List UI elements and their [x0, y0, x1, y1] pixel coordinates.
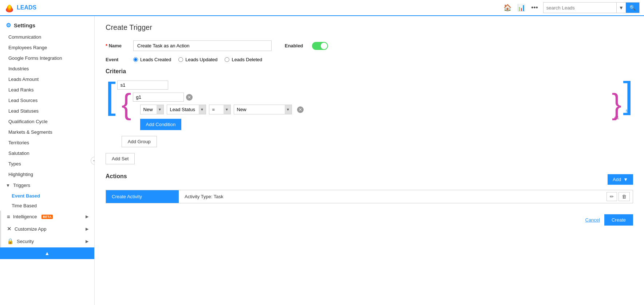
sidebar-item-employees-range[interactable]: Employees Range	[0, 42, 94, 53]
fire-icon	[4, 3, 15, 13]
sidebar-item-types[interactable]: Types	[0, 159, 94, 169]
sidebar-item-qualification-cycle[interactable]: Qualification Cycle	[0, 116, 94, 127]
sidebar-item-salutation[interactable]: Salutation	[0, 148, 94, 159]
search-box: ▼ 🔍	[543, 2, 640, 13]
event-leads-deleted[interactable]: Leads Deleted	[225, 57, 262, 62]
sidebar-item-markets-segments[interactable]: Markets & Segments	[0, 127, 94, 137]
enabled-toggle[interactable]	[312, 42, 328, 50]
action-row: Create Activity Activity Type: Task ✏ 🗑	[106, 190, 633, 203]
enabled-label: Enabled	[285, 43, 303, 48]
remove-condition-button[interactable]: ✕	[297, 106, 304, 113]
chevron-up-icon: ▲	[45, 250, 50, 256]
sidebar-item-lead-sources[interactable]: Lead Sources	[0, 95, 94, 106]
svg-point-3	[8, 5, 11, 8]
top-bar: LEADS 🏠 📊 ••• ▼ 🔍	[0, 0, 644, 16]
name-input[interactable]	[133, 40, 272, 51]
security-icon: 🔒	[7, 238, 14, 245]
home-button[interactable]: 🏠	[502, 2, 513, 13]
required-star: *	[106, 43, 107, 48]
event-radio-group: Leads Created Leads Updated Leads Delete…	[133, 57, 262, 62]
sidebar-group-triggers[interactable]: ▼ Triggers	[0, 180, 94, 191]
group-block: { ✕	[122, 93, 621, 130]
sidebar-item-google-forms[interactable]: Google Forms Integration	[0, 53, 94, 63]
group-name-input[interactable]	[133, 93, 184, 102]
sidebar-item-lead-statuses[interactable]: Lead Statuses	[0, 106, 94, 116]
edit-action-button[interactable]: ✏	[607, 192, 617, 201]
delete-action-button[interactable]: 🗑	[619, 192, 630, 201]
sidebar-scroll-up-button[interactable]: ▲	[0, 247, 94, 259]
curly-right: }	[612, 94, 621, 114]
condition-value-select[interactable]: New	[234, 105, 292, 114]
add-dropdown-arrow-icon: ▼	[623, 177, 628, 182]
sidebar-group-security[interactable]: 🔒 Security ▶	[0, 235, 94, 247]
search-dropdown-button[interactable]: ▼	[616, 3, 626, 13]
event-label: Event	[106, 57, 127, 62]
chart-button[interactable]: 📊	[516, 2, 527, 13]
sidebar-group-customize-app[interactable]: ✕ Customize App ▶	[0, 223, 94, 235]
remove-group-button[interactable]: ✕	[186, 94, 193, 101]
settings-label: Settings	[14, 22, 35, 28]
action-type-cell: Create Activity	[106, 190, 179, 203]
sidebar-item-leads-amount[interactable]: Leads Amount	[0, 74, 94, 85]
search-submit-button[interactable]: 🔍	[626, 3, 639, 13]
name-label: * Name	[106, 43, 127, 48]
add-action-button[interactable]: Add ▼	[608, 174, 633, 185]
event-leads-created[interactable]: Leads Created	[133, 57, 171, 62]
chevron-down-icon: ▼	[6, 183, 10, 188]
main-content: Create Trigger * Name Enabled Event Lead…	[95, 16, 644, 305]
name-row: * Name Enabled	[106, 40, 633, 51]
close-circle-icon: ✕	[186, 94, 193, 101]
sidebar-item-industries[interactable]: Industries	[0, 63, 94, 74]
criteria-title: Criteria	[106, 68, 633, 75]
beta-badge: BETA	[42, 215, 53, 219]
customize-icon: ✕	[7, 226, 12, 232]
set-block: [ {	[106, 81, 633, 150]
add-set-button[interactable]: Add Set	[106, 153, 135, 164]
set-label-bottom: s1	[626, 108, 631, 113]
sidebar-item-time-based[interactable]: Time Based	[6, 201, 94, 211]
event-leads-updated[interactable]: Leads Updated	[178, 57, 217, 62]
add-condition-button[interactable]: Add Condition	[140, 119, 182, 130]
condition-comparator-select[interactable]: = != > <	[209, 105, 231, 114]
add-group-button[interactable]: Add Group	[122, 136, 157, 147]
condition-value-wrapper: New ▼	[234, 105, 292, 114]
condition-operator-wrapper: New And Or ▼	[140, 105, 164, 114]
sidebar-item-lead-ranks[interactable]: Lead Ranks	[0, 85, 94, 95]
search-input[interactable]	[544, 5, 616, 11]
page-title: Create Trigger	[106, 23, 633, 32]
app-title: LEADS	[17, 4, 36, 11]
trash-icon: 🗑	[622, 194, 627, 199]
sidebar-item-communication[interactable]: Communication	[0, 32, 94, 42]
gear-icon: ⚙	[6, 22, 11, 29]
condition-field-wrapper: Lead Status ▼	[167, 105, 206, 114]
sidebar-item-territories[interactable]: Territories	[0, 137, 94, 148]
chevron-right-icon: ▶	[86, 214, 88, 219]
chevron-right-icon-2: ▶	[86, 227, 88, 231]
event-row: Event Leads Created Leads Updated Leads …	[106, 57, 633, 62]
action-detail-cell: Activity Type: Task	[179, 190, 604, 203]
sidebar-item-highlighting[interactable]: Highlighting	[0, 169, 94, 180]
sidebar-group-intelligence[interactable]: ≡ Intelligence BETA ▶	[0, 211, 94, 223]
cancel-button[interactable]: Cancel	[585, 217, 600, 223]
action-controls: ✏ 🗑	[604, 192, 633, 201]
more-options-button[interactable]: •••	[530, 3, 540, 13]
condition-row: New And Or ▼ Lead Status	[140, 105, 611, 114]
curly-left: {	[122, 94, 131, 114]
layout: ⚙ Settings Communication Employees Range…	[0, 16, 644, 305]
top-bar-icons: 🏠 📊 •••	[502, 2, 540, 13]
criteria-section: Criteria [ {	[106, 68, 633, 164]
sidebar-item-event-based[interactable]: Event Based	[6, 191, 94, 201]
bracket-left: [	[106, 83, 116, 108]
create-button[interactable]: Create	[604, 214, 633, 226]
intelligence-icon: ≡	[7, 214, 10, 220]
actions-header: Actions Add ▼	[106, 173, 633, 185]
condition-field-select[interactable]: Lead Status	[167, 105, 206, 114]
actions-section: Actions Add ▼ Create Activity Activity T…	[106, 173, 633, 203]
settings-title: ⚙ Settings	[0, 16, 94, 32]
condition-operator-select[interactable]: New And Or	[140, 105, 164, 114]
edit-icon: ✏	[610, 194, 614, 199]
remove-condition-icon: ✕	[297, 106, 304, 113]
group-label-bottom: g1	[614, 115, 619, 120]
bracket-right: ]	[623, 82, 633, 107]
app-logo: LEADS	[4, 3, 36, 13]
